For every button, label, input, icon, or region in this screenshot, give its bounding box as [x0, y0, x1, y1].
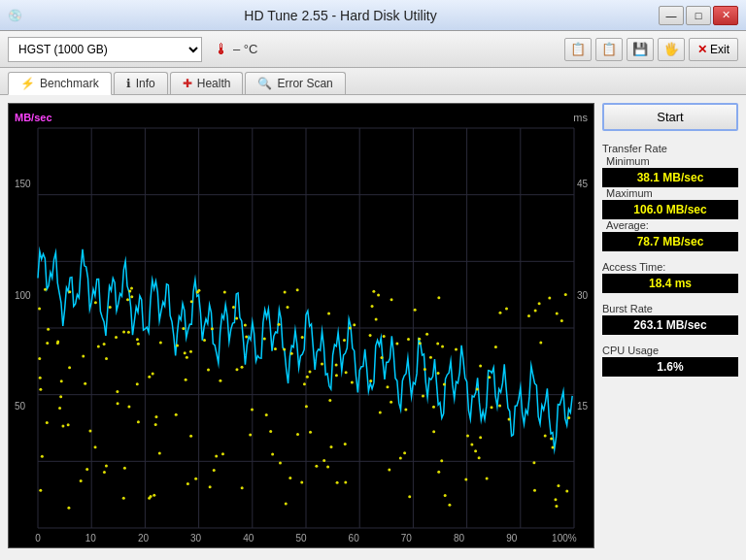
average-value: 78.7 MB/sec	[602, 232, 738, 251]
x-label-10: 10	[85, 533, 96, 544]
tab-health-label: Health	[197, 77, 231, 90]
exit-button[interactable]: ✕ Exit	[689, 38, 738, 61]
save-icon-btn[interactable]: 💾	[627, 38, 654, 61]
window-title: HD Tune 2.55 - Hard Disk Utility	[244, 8, 436, 23]
average-label: Average:	[606, 219, 738, 231]
x-label-70: 70	[401, 533, 412, 544]
tab-health[interactable]: ✚ Health	[170, 72, 244, 94]
start-button[interactable]: Start	[602, 103, 738, 131]
access-time-section: Access Time: 18.4 ms	[602, 261, 738, 293]
benchmark-chart	[9, 104, 593, 547]
transfer-rate-section: Transfer Rate Minimum 38.1 MB/sec Maximu…	[602, 143, 738, 251]
exit-x-icon: ✕	[697, 43, 707, 56]
maximize-button[interactable]: □	[686, 6, 711, 25]
x-label-20: 20	[138, 533, 149, 544]
cpu-usage-value: 1.6%	[602, 357, 738, 377]
access-time-value: 18.4 ms	[602, 274, 738, 293]
copy-icon-btn[interactable]: 📋	[564, 38, 592, 61]
sidebar: Start Transfer Rate Minimum 38.1 MB/sec …	[602, 103, 738, 548]
x-label-50: 50	[295, 533, 306, 544]
cpu-usage-section: CPU Usage 1.6%	[602, 345, 738, 377]
hand-icon-btn[interactable]: 🖐	[658, 38, 685, 61]
tab-benchmark-label: Benchmark	[40, 77, 99, 90]
health-icon: ✚	[183, 77, 192, 90]
access-time-label: Access Time:	[602, 261, 738, 273]
tab-bar: ⚡ Benchmark ℹ Info ✚ Health 🔍 Error Scan	[0, 68, 746, 95]
thermometer-icon: 🌡	[214, 41, 229, 58]
x-label-90: 90	[506, 533, 517, 544]
x-label-0: 0	[35, 533, 41, 544]
toolbar: HGST (1000 GB) 🌡 – °C 📋 📋 💾 🖐 ✕ Exit	[0, 31, 746, 68]
tab-errorscan[interactable]: 🔍 Error Scan	[245, 72, 345, 94]
paste-icon-btn[interactable]: 📋	[595, 38, 623, 61]
main-content: MB/sec ms 150 100 50 45 30 15 0 10 20 30…	[0, 95, 746, 556]
burst-rate-label: Burst Rate	[602, 303, 738, 314]
x-label-40: 40	[243, 533, 254, 544]
transfer-rate-title: Transfer Rate	[602, 143, 738, 154]
temperature-value: – °C	[233, 42, 257, 56]
x-label-60: 60	[349, 533, 359, 544]
tab-errorscan-label: Error Scan	[277, 77, 332, 90]
minimum-label: Minimum	[606, 155, 738, 167]
exit-label: Exit	[710, 43, 729, 56]
burst-rate-value: 263.1 MB/sec	[602, 315, 738, 335]
x-label-80: 80	[454, 533, 464, 544]
temperature-display: 🌡 – °C	[214, 41, 257, 58]
minimize-button[interactable]: —	[659, 6, 684, 25]
x-label-30: 30	[190, 533, 201, 544]
title-bar: 💿 HD Tune 2.55 - Hard Disk Utility — □ ✕	[0, 0, 746, 31]
app-icon: 💿	[8, 9, 22, 22]
chart-area: MB/sec ms 150 100 50 45 30 15 0 10 20 30…	[8, 103, 594, 548]
title-bar-left: 💿	[8, 9, 22, 22]
burst-rate-section: Burst Rate 263.1 MB/sec	[602, 303, 738, 335]
toolbar-icons: 📋 📋 💾 🖐 ✕ Exit	[564, 38, 738, 61]
drive-select[interactable]: HGST (1000 GB)	[8, 37, 202, 62]
info-icon: ℹ	[126, 77, 131, 90]
tab-benchmark[interactable]: ⚡ Benchmark	[8, 72, 112, 95]
maximum-value: 106.0 MB/sec	[602, 200, 738, 219]
benchmark-icon: ⚡	[20, 77, 35, 90]
tab-info-label: Info	[136, 77, 155, 90]
tab-info[interactable]: ℹ Info	[114, 72, 168, 94]
cpu-usage-label: CPU Usage	[602, 345, 738, 356]
close-button[interactable]: ✕	[713, 6, 738, 25]
x-label-100: 100%	[552, 533, 577, 544]
minimum-value: 38.1 MB/sec	[602, 168, 738, 187]
window-controls: — □ ✕	[659, 6, 738, 25]
maximum-label: Maximum	[606, 187, 738, 199]
errorscan-icon: 🔍	[257, 77, 272, 90]
